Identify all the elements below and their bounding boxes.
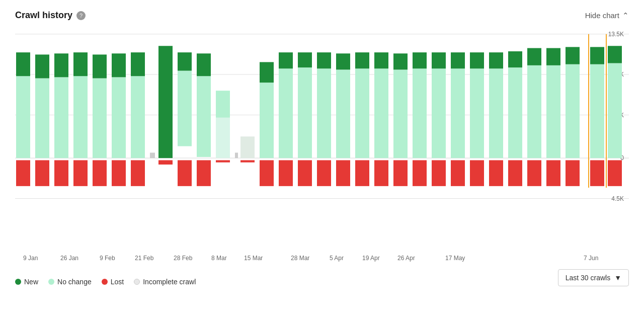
svg-rect-92 (546, 48, 560, 65)
svg-rect-27 (112, 160, 126, 186)
svg-rect-20 (73, 52, 88, 76)
svg-rect-95 (566, 47, 580, 64)
svg-rect-10 (16, 76, 30, 158)
svg-rect-35 (178, 52, 192, 70)
svg-rect-52 (298, 67, 312, 158)
svg-rect-81 (470, 160, 484, 186)
legend-incomplete-dot (134, 279, 140, 285)
svg-rect-78 (451, 160, 465, 186)
legend-no-change-dot (48, 279, 54, 285)
legend-incomplete: Incomplete crawl (134, 278, 196, 286)
svg-rect-67 (393, 69, 408, 158)
svg-rect-79 (470, 68, 484, 158)
svg-rect-12 (16, 160, 30, 186)
last-crawls-dropdown[interactable]: Last 30 crawls ▼ (558, 269, 629, 286)
chart-legend: New No change Lost Incomplete crawl (15, 278, 196, 286)
svg-rect-104 (608, 160, 622, 186)
chevron-down-icon: ▼ (614, 274, 621, 282)
svg-rect-63 (355, 160, 369, 186)
legend-new-label: New (24, 278, 38, 286)
svg-rect-36 (178, 160, 192, 186)
svg-rect-75 (432, 160, 446, 186)
svg-text:19 Apr: 19 Apr (362, 255, 380, 262)
chevron-up-icon: ⌃ (622, 11, 629, 20)
svg-rect-40 (216, 118, 230, 158)
svg-rect-29 (131, 52, 145, 76)
title-area: Crawl history ? (15, 10, 86, 21)
svg-rect-68 (393, 53, 408, 69)
svg-rect-14 (35, 54, 49, 78)
svg-rect-45 (240, 160, 255, 162)
svg-rect-24 (93, 160, 107, 186)
svg-rect-93 (546, 160, 560, 186)
svg-rect-18 (54, 160, 68, 186)
svg-rect-71 (413, 52, 427, 68)
svg-rect-44 (240, 136, 255, 158)
x-axis: 9 Jan 26 Jan 9 Feb 21 Feb 28 Feb 8 Mar 1… (15, 250, 629, 264)
svg-rect-30 (131, 160, 145, 186)
svg-rect-82 (489, 68, 503, 158)
svg-text:7 Jun: 7 Jun (584, 255, 598, 262)
svg-rect-22 (93, 78, 107, 158)
legend-new-dot (15, 279, 21, 285)
svg-rect-85 (508, 67, 522, 158)
svg-text:21 Feb: 21 Feb (135, 255, 154, 262)
svg-text:26 Jan: 26 Jan (60, 255, 78, 262)
svg-rect-60 (336, 160, 350, 186)
svg-rect-61 (355, 68, 369, 158)
crawl-history-container: Crawl history ? Hide chart ⌃ 13.5K 9K 4.… (0, 0, 644, 320)
svg-rect-59 (336, 53, 350, 69)
svg-rect-74 (432, 52, 446, 68)
legend-row: New No change Lost Incomplete crawl Last… (15, 269, 629, 286)
svg-rect-103 (608, 46, 622, 63)
svg-rect-46 (260, 83, 274, 158)
svg-rect-28 (131, 76, 145, 158)
svg-rect-48 (260, 160, 274, 186)
svg-rect-50 (279, 52, 293, 68)
svg-rect-96 (566, 160, 580, 186)
svg-text:4.5K: 4.5K (611, 195, 624, 202)
svg-rect-34 (178, 71, 192, 146)
svg-rect-49 (279, 68, 293, 158)
svg-rect-51 (279, 160, 293, 186)
svg-rect-21 (73, 160, 88, 186)
legend-no-change: No change (48, 278, 92, 286)
svg-rect-100 (590, 47, 604, 64)
legend-lost-dot (102, 279, 108, 285)
chart-area: 13.5K 9K 4.5K 0 4.5K (15, 29, 629, 255)
hide-chart-button[interactable]: Hide chart ⌃ (585, 11, 629, 20)
svg-rect-15 (35, 160, 49, 186)
svg-rect-13 (35, 78, 49, 158)
svg-rect-101 (590, 160, 604, 186)
legend-no-change-label: No change (57, 278, 92, 286)
svg-text:9 Jan: 9 Jan (23, 255, 38, 262)
svg-rect-19 (73, 76, 88, 158)
svg-text:8 Mar: 8 Mar (211, 255, 227, 262)
svg-rect-57 (317, 160, 331, 186)
svg-rect-87 (508, 160, 522, 186)
svg-rect-11 (16, 52, 30, 76)
svg-rect-94 (566, 64, 580, 158)
svg-rect-32 (158, 46, 173, 158)
help-icon[interactable]: ? (76, 11, 86, 20)
chart-svg: 13.5K 9K 4.5K 0 4.5K (15, 29, 629, 255)
svg-rect-72 (413, 160, 427, 186)
svg-rect-26 (112, 53, 126, 77)
svg-rect-73 (432, 68, 446, 158)
svg-rect-43 (235, 152, 238, 158)
svg-rect-53 (298, 52, 312, 67)
chart-title: Crawl history (15, 10, 72, 21)
svg-rect-17 (54, 53, 68, 77)
svg-text:15 Mar: 15 Mar (244, 255, 263, 262)
legend-incomplete-label: Incomplete crawl (143, 278, 196, 286)
svg-rect-66 (374, 160, 388, 186)
svg-text:17 May: 17 May (445, 255, 465, 262)
svg-rect-39 (197, 160, 211, 186)
svg-text:26 Apr: 26 Apr (397, 255, 415, 262)
svg-rect-86 (508, 51, 522, 67)
svg-rect-83 (489, 52, 503, 68)
svg-rect-70 (413, 68, 427, 158)
svg-text:13.5K: 13.5K (608, 31, 624, 38)
chart-header: Crawl history ? Hide chart ⌃ (15, 10, 629, 21)
svg-rect-77 (451, 52, 465, 68)
